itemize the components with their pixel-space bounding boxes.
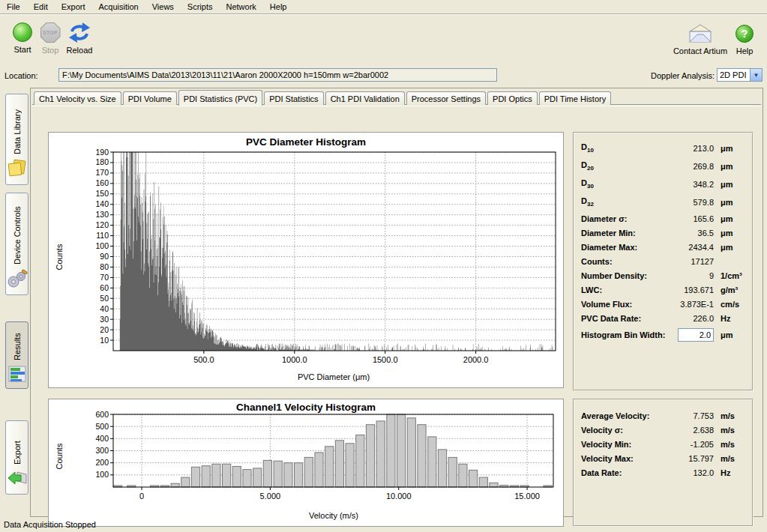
doppler-analysis-select[interactable]: 2D PDI ▼ xyxy=(717,68,763,82)
x-axis-label: PVC Diameter (μm) xyxy=(113,372,554,381)
menu-item-acquisition[interactable]: Acquisition xyxy=(92,0,145,14)
sidebar-item-label: Export xyxy=(13,426,22,465)
stat-unit: Hz xyxy=(714,468,745,477)
stat-unit: μm xyxy=(714,229,745,238)
chevron-down-icon[interactable]: ▼ xyxy=(750,69,762,81)
svg-text:80: 80 xyxy=(100,262,109,271)
stat-label: Diameter σ: xyxy=(581,214,666,223)
sidebar-item-export[interactable]: Export xyxy=(5,420,28,495)
svg-text:140: 140 xyxy=(95,199,109,208)
svg-text:400: 400 xyxy=(95,434,109,443)
svg-text:170: 170 xyxy=(95,168,109,177)
location-label: Location: xyxy=(4,71,38,80)
contact-artium-label: Contact Artium xyxy=(670,46,731,55)
tab-ch1-velocity-vs-size[interactable]: Ch1 Velocity vs. Size xyxy=(34,91,121,105)
tab-content: PVC Diameter Histogram Counts 1020304050… xyxy=(32,106,761,515)
sidebar-item-data-library[interactable]: Data Library xyxy=(5,94,28,185)
stat-value: 213.0 xyxy=(666,144,714,153)
tab-pdi-statistics-pvc-[interactable]: PDI Statistics (PVC) xyxy=(178,90,262,106)
svg-text:130: 130 xyxy=(95,210,109,219)
sidebar-item-device-controls[interactable]: Device Controls xyxy=(5,193,28,295)
tab-pdi-time-history[interactable]: PDI Time History xyxy=(539,91,612,105)
status-bar-text: Data Acquisition Stopped xyxy=(0,518,767,532)
svg-text:150: 150 xyxy=(95,189,109,198)
stat-unit: m/s xyxy=(714,426,745,435)
pvc-diameter-histogram-panel: PVC Diameter Histogram Counts 1020304050… xyxy=(48,132,564,388)
tab-strip: Ch1 Velocity vs. SizePDI VolumePDI Stati… xyxy=(32,90,761,105)
help-button-label: Help xyxy=(729,46,760,55)
stat-row: Velocity σ:2.638m/s xyxy=(581,423,745,437)
stat-row: Velocity Max:15.797m/s xyxy=(581,451,745,465)
diameter-statistics-panel: D10213.0μmD20269.8μmD30348.2μmD32579.8μm… xyxy=(573,132,754,391)
stat-row: D10213.0μm xyxy=(581,139,745,157)
folder-icon xyxy=(7,159,28,181)
stat-row: Counts:17127 xyxy=(581,254,745,268)
stat-row: LWC:193.671g/m³ xyxy=(581,282,745,297)
tab-pdi-optics[interactable]: PDI Optics xyxy=(487,91,538,105)
menu-item-views[interactable]: Views xyxy=(145,0,181,14)
stat-row: PVC Data Rate:226.0Hz xyxy=(581,311,745,325)
stat-label: Velocity σ: xyxy=(581,426,666,435)
stat-value: 226.0 xyxy=(666,314,714,323)
svg-text:70: 70 xyxy=(100,273,109,282)
histogram-bin-width-unit: μm xyxy=(714,330,745,339)
svg-text:200: 200 xyxy=(95,458,109,467)
svg-text:90: 90 xyxy=(100,252,109,261)
stat-label: Diameter Min: xyxy=(581,229,666,238)
stat-value: 165.6 xyxy=(666,214,714,223)
stop-button-label: Stop xyxy=(37,46,64,55)
export-arrow-icon xyxy=(7,469,28,490)
stat-row: Volume Flux:3.873E-1cm/s xyxy=(581,297,745,311)
tab-pdi-volume[interactable]: PDI Volume xyxy=(123,91,177,105)
menu-bar: FileEditExportAcquisitionViewsScriptsNet… xyxy=(0,0,767,14)
menu-item-network[interactable]: Network xyxy=(219,0,262,14)
stat-label: Number Density: xyxy=(581,271,666,280)
help-icon: ? xyxy=(736,25,754,43)
menu-item-help[interactable]: Help xyxy=(263,0,294,14)
stat-value: 579.8 xyxy=(666,198,714,207)
svg-text:40: 40 xyxy=(100,304,109,313)
stat-unit: μm xyxy=(714,198,745,207)
stat-row: Diameter σ:165.6μm xyxy=(581,211,745,226)
svg-text:5.000: 5.000 xyxy=(260,492,281,501)
svg-text:100: 100 xyxy=(95,241,109,250)
svg-text:30: 30 xyxy=(100,315,109,324)
velocity-statistics-panel: Average Velocity:7.753m/sVelocity σ:2.63… xyxy=(573,399,754,527)
chart-title: PVC Diameter Histogram xyxy=(49,136,563,148)
tab-pdi-statistics[interactable]: PDI Statistics xyxy=(264,91,323,105)
stat-unit: μm xyxy=(714,162,745,171)
start-icon xyxy=(13,22,32,42)
velocity-histogram-panel: Channel1 Velocity Histogram Counts 10020… xyxy=(48,399,564,527)
svg-text:15.000: 15.000 xyxy=(514,492,540,501)
y-axis-label: Counts xyxy=(55,235,64,279)
stat-label: D32 xyxy=(581,196,666,208)
stat-value: 36.5 xyxy=(666,229,714,238)
menu-item-file[interactable]: File xyxy=(0,0,27,14)
svg-text:0: 0 xyxy=(139,492,144,501)
stat-unit: g/m³ xyxy=(714,285,745,294)
tab-ch1-pdi-validation[interactable]: Ch1 PDI Validation xyxy=(325,91,405,105)
histogram-bin-width-input[interactable] xyxy=(678,328,714,342)
bar-chart-icon xyxy=(7,365,27,384)
stop-button[interactable]: STOP Stop xyxy=(37,22,64,55)
start-button-label: Start xyxy=(7,45,37,54)
contact-artium-button[interactable]: Contact Artium xyxy=(670,24,731,55)
stat-unit: μm xyxy=(714,180,745,189)
stat-label: D30 xyxy=(581,178,666,190)
help-button[interactable]: ? Help xyxy=(729,24,760,55)
menu-item-edit[interactable]: Edit xyxy=(27,0,55,14)
reload-button[interactable]: Reload xyxy=(63,22,96,55)
stat-row: D20269.8μm xyxy=(581,157,745,175)
svg-text:300: 300 xyxy=(95,446,109,455)
stat-unit: m/s xyxy=(714,454,745,463)
sidebar-item-label: Results xyxy=(13,327,22,360)
tab-processor-settings[interactable]: Processor Settings xyxy=(406,91,486,105)
main-frame: Ch1 Velocity vs. SizePDI VolumePDI Stati… xyxy=(30,88,763,517)
menu-item-scripts[interactable]: Scripts xyxy=(181,0,220,14)
location-field[interactable]: F:\My Documents\AIMS Data\2013\2013\11\2… xyxy=(58,68,497,82)
stat-row: Number Density:91/cm³ xyxy=(581,268,745,282)
menu-item-export[interactable]: Export xyxy=(55,0,92,14)
start-button[interactable]: Start xyxy=(7,22,37,54)
sidebar-item-results[interactable]: Results xyxy=(5,321,28,389)
stat-row: Data Rate:132.0Hz xyxy=(581,465,745,480)
